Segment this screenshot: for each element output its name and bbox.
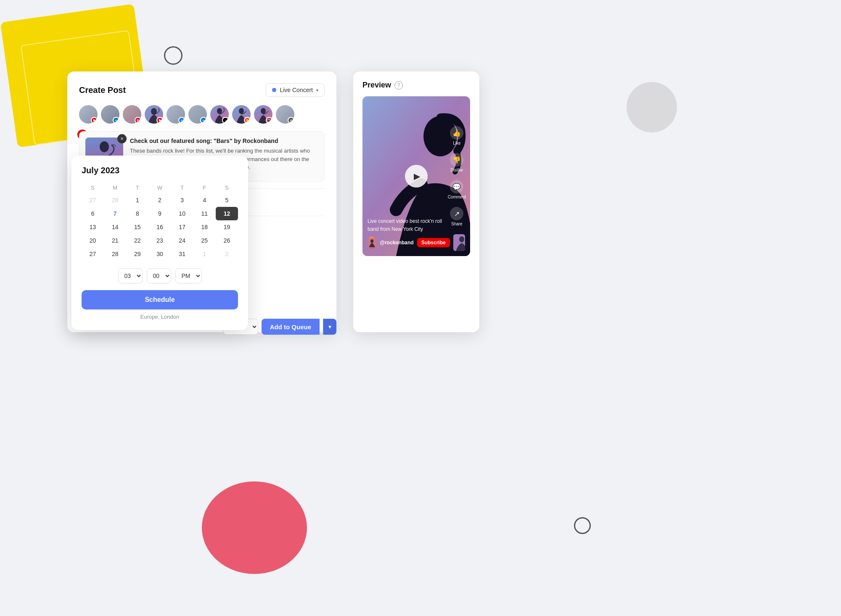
cal-day-30[interactable]: 30 bbox=[148, 247, 171, 261]
avatar-8[interactable]: S bbox=[232, 105, 251, 124]
cal-day-3[interactable]: 3 bbox=[171, 193, 193, 207]
avatar-7[interactable]: ♪ bbox=[210, 105, 229, 124]
avatar-row: ▶ in P ▶ f bbox=[79, 105, 325, 124]
cal-day-prev-27[interactable]: 27 bbox=[82, 193, 104, 207]
share-icon: ↗ bbox=[450, 207, 463, 220]
cal-day-1[interactable]: 1 bbox=[126, 193, 148, 207]
play-button[interactable]: ▶ bbox=[405, 165, 428, 188]
cal-day-24[interactable]: 24 bbox=[171, 234, 193, 247]
cal-day-9[interactable]: 9 bbox=[148, 207, 171, 220]
calendar-grid: S M T W T F S 27 28 1 2 3 4 5 6 7 bbox=[82, 182, 238, 261]
like-label: Like bbox=[453, 141, 460, 145]
cal-day-25[interactable]: 25 bbox=[193, 234, 216, 247]
post-text-title: Check out our featured song: "Bars" by R… bbox=[130, 137, 318, 144]
cal-day-10[interactable]: 10 bbox=[171, 207, 193, 220]
cal-day-23[interactable]: 23 bbox=[148, 234, 171, 247]
cal-header-sun: S bbox=[82, 182, 104, 193]
dislike-icon: 👎 bbox=[450, 153, 463, 167]
avatar-9-badge: 📷 bbox=[266, 117, 272, 124]
cal-header-tue: T bbox=[126, 182, 148, 193]
cal-day-15[interactable]: 15 bbox=[126, 220, 148, 234]
category-dropdown[interactable]: Live Concert ▾ bbox=[266, 83, 325, 97]
cal-day-13[interactable]: 13 bbox=[82, 220, 104, 234]
dislike-button[interactable]: 👎 Dislike bbox=[450, 153, 463, 172]
cal-day-18[interactable]: 18 bbox=[193, 220, 216, 234]
cal-day-4[interactable]: 4 bbox=[193, 193, 216, 207]
avatar-1[interactable]: ▶ bbox=[79, 105, 98, 124]
cal-day-27[interactable]: 27 bbox=[82, 247, 104, 261]
cal-day-21[interactable]: 21 bbox=[104, 234, 126, 247]
post-close-button[interactable]: × bbox=[117, 134, 127, 143]
hour-select[interactable]: 03 010204 050607 080910 1112 bbox=[118, 268, 143, 283]
channel-thumb-svg bbox=[453, 234, 465, 251]
avatar-9[interactable]: 📷 bbox=[254, 105, 272, 124]
category-label: Live Concert bbox=[280, 87, 313, 93]
cal-header-thu: T bbox=[171, 182, 193, 193]
schedule-button[interactable]: Schedule bbox=[82, 290, 238, 309]
circle-decoration-bottom bbox=[574, 517, 591, 534]
avatar-10[interactable]: X bbox=[276, 105, 294, 124]
subscribe-button[interactable]: Subscribe bbox=[417, 238, 450, 247]
cal-day-2[interactable]: 2 bbox=[148, 193, 171, 207]
cal-day-29[interactable]: 29 bbox=[126, 247, 148, 261]
time-selector-row: 03 010204 050607 080910 1112 00 153045 P… bbox=[82, 268, 238, 283]
video-preview: ▶ 👍 Like 👎 Dislike 💬 Comment ↗ S bbox=[362, 96, 470, 256]
cal-day-20[interactable]: 20 bbox=[82, 234, 104, 247]
add-to-queue-dropdown-button[interactable]: ▾ bbox=[323, 319, 336, 335]
avatar-4[interactable]: ▶ bbox=[145, 105, 163, 124]
cal-day-next-2[interactable]: 2 bbox=[216, 247, 238, 261]
cal-day-17[interactable]: 17 bbox=[171, 220, 193, 234]
ampm-select[interactable]: PM AM bbox=[175, 268, 202, 283]
cal-day-5[interactable]: 5 bbox=[216, 193, 238, 207]
timezone-label: Europe, London bbox=[82, 314, 238, 320]
avatar-6[interactable]: in bbox=[188, 105, 207, 124]
cal-day-8[interactable]: 8 bbox=[126, 207, 148, 220]
video-actions: 👍 Like 👎 Dislike 💬 Comment ↗ Share bbox=[448, 126, 466, 226]
comment-icon: 💬 bbox=[450, 180, 463, 193]
cal-day-11[interactable]: 11 bbox=[193, 207, 216, 220]
like-button[interactable]: 👍 Like bbox=[450, 126, 463, 145]
channel-avatar bbox=[368, 236, 376, 249]
cal-day-16[interactable]: 16 bbox=[148, 220, 171, 234]
avatar-5[interactable]: f bbox=[167, 105, 185, 124]
channel-name: @rockonband bbox=[380, 240, 413, 246]
minute-select[interactable]: 00 153045 bbox=[147, 268, 171, 283]
avatar-2[interactable]: in bbox=[101, 105, 119, 124]
cal-day-19[interactable]: 19 bbox=[216, 220, 238, 234]
video-description: Live concert video best rock'n roll band… bbox=[368, 217, 447, 233]
channel-row: @rockonband Subscribe bbox=[368, 234, 465, 251]
cal-day-prev-28[interactable]: 28 bbox=[104, 193, 126, 207]
comment-button[interactable]: 💬 Comment bbox=[448, 180, 466, 199]
brush-stroke-decoration bbox=[627, 82, 677, 132]
channel-thumbnail bbox=[453, 234, 465, 251]
category-dot bbox=[272, 88, 276, 92]
avatar-6-badge: in bbox=[200, 117, 207, 124]
cal-header-sat: S bbox=[216, 182, 238, 193]
avatar-8-badge: S bbox=[244, 117, 251, 124]
avatar-10-badge: X bbox=[288, 117, 294, 124]
cal-day-12[interactable]: 12 bbox=[216, 207, 238, 220]
cal-header-mon: M bbox=[104, 182, 126, 193]
cal-day-28[interactable]: 28 bbox=[104, 247, 126, 261]
chevron-down-icon: ▾ bbox=[316, 88, 318, 93]
share-label: Share bbox=[451, 222, 463, 226]
add-to-queue-button[interactable]: Add to Queue bbox=[262, 319, 320, 335]
avatar-3[interactable]: P bbox=[123, 105, 141, 124]
avatar-1-badge: ▶ bbox=[91, 117, 98, 124]
preview-panel: Preview ? bbox=[353, 71, 479, 332]
cal-day-7[interactable]: 7 bbox=[104, 207, 126, 220]
bg-pink-shape bbox=[202, 481, 307, 574]
cal-day-next-1[interactable]: 1 bbox=[193, 247, 216, 261]
channel-avatar-svg bbox=[368, 236, 376, 249]
avatar-4-badge: ▶ bbox=[156, 117, 163, 124]
cal-day-26[interactable]: 26 bbox=[216, 234, 238, 247]
share-button[interactable]: ↗ Share bbox=[450, 207, 463, 226]
cal-day-6[interactable]: 6 bbox=[82, 207, 104, 220]
svg-point-10 bbox=[370, 239, 373, 243]
cal-day-31[interactable]: 31 bbox=[171, 247, 193, 261]
cal-day-14[interactable]: 14 bbox=[104, 220, 126, 234]
cal-week-4: 20 21 22 23 24 25 26 bbox=[82, 234, 238, 247]
cal-day-22[interactable]: 22 bbox=[126, 234, 148, 247]
like-icon: 👍 bbox=[450, 126, 463, 140]
help-icon[interactable]: ? bbox=[394, 81, 403, 90]
